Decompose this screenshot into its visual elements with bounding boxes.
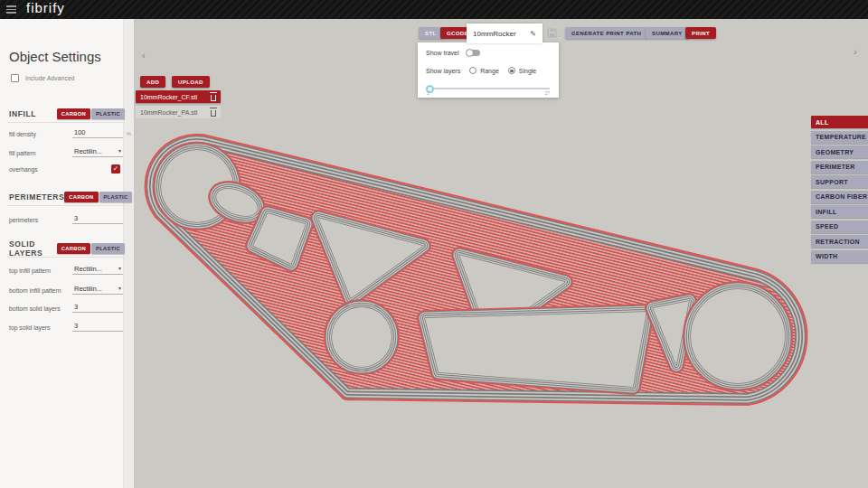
category-carbon-fiber[interactable]: CARBON FIBER xyxy=(811,191,868,203)
category-width[interactable]: WIDTH xyxy=(811,250,868,263)
perimeters-plastic-button[interactable]: PLASTIC xyxy=(99,192,133,202)
single-radio[interactable] xyxy=(508,67,515,74)
caret-down-icon: ▾ xyxy=(118,285,121,291)
bottom-solid-layers-label: bottom solid layers xyxy=(9,305,61,313)
show-travel-toggle[interactable] xyxy=(467,50,480,56)
app-topbar: fibrify xyxy=(0,0,868,19)
object-settings-panel: Object Settings Include Advanced INFILL … xyxy=(0,19,134,488)
file-name: 10mmRocker_CF.stl xyxy=(140,94,197,100)
perimeters-carbon-button[interactable]: CARBON xyxy=(64,192,98,202)
file-item[interactable]: 10mmRocker_PA.stl xyxy=(136,106,221,118)
upload-button[interactable]: UPLOAD xyxy=(172,76,210,88)
bottom-infill-pattern-select[interactable]: ▾ Rectilin... xyxy=(72,285,123,295)
bottom-infill-pattern-label: bottom infill pattern xyxy=(9,287,61,295)
bottom-solid-layers-input[interactable]: 3 xyxy=(72,303,123,313)
stl-toggle-button[interactable]: STL xyxy=(419,27,443,39)
add-button[interactable]: ADD xyxy=(140,76,165,88)
slider-min-label: 1 xyxy=(427,90,429,96)
fill-pattern-label: fill pattern xyxy=(9,150,35,157)
top-infill-pattern-select[interactable]: ▾ Rectilin... xyxy=(72,265,123,275)
category-geometry[interactable]: GEOMETRY xyxy=(811,145,868,158)
solid-layers-plastic-button[interactable]: PLASTIC xyxy=(91,243,125,254)
part-toolpaths xyxy=(146,135,807,405)
top-solid-layers-label: top solid layers xyxy=(9,324,50,332)
include-advanced-label: Include Advanced xyxy=(25,75,75,81)
infill-plastic-button[interactable]: PLASTIC xyxy=(91,108,125,119)
document-tab[interactable]: 10mmRocker ✎ xyxy=(467,23,542,43)
menu-icon[interactable] xyxy=(6,5,16,14)
solid-layers-carbon-button[interactable]: CARBON xyxy=(57,243,90,254)
category-speed[interactable]: SPEED xyxy=(811,221,868,233)
caret-down-icon: ▾ xyxy=(118,265,121,271)
overhangs-checkbox[interactable]: ✓ xyxy=(111,164,120,174)
include-advanced-checkbox[interactable] xyxy=(11,74,19,82)
show-layers-label: Show layers xyxy=(426,68,460,74)
panel-title: Object Settings xyxy=(9,49,101,64)
fill-density-label: fill density xyxy=(9,131,36,138)
chevron-right-icon[interactable]: › xyxy=(854,46,857,57)
layer-slider[interactable] xyxy=(427,88,550,89)
summary-button[interactable]: SUMMARY xyxy=(646,27,689,39)
single-label: Single xyxy=(519,68,536,74)
slider-max-label: 27 xyxy=(544,90,550,96)
category-perimeter[interactable]: PERIMETER xyxy=(811,161,868,174)
file-item-selected[interactable]: 10mmRocker_CF.stl xyxy=(136,90,221,103)
top-solid-layers-input[interactable]: 3 xyxy=(72,322,123,332)
percent-suffix: % xyxy=(127,131,131,136)
perimeters-label: perimeters xyxy=(9,217,38,224)
perimeters-section-title: PERIMETERS xyxy=(9,192,64,202)
category-all[interactable]: ALL xyxy=(811,116,868,128)
infill-section-title: INFILL xyxy=(9,109,36,118)
category-infill[interactable]: INFILL xyxy=(811,205,868,218)
fill-pattern-select[interactable]: ▾ Rectilin... xyxy=(72,147,123,157)
app-logo: fibrify xyxy=(26,0,65,15)
edit-pencil-icon[interactable]: ✎ xyxy=(530,30,536,38)
generate-print-path-button[interactable]: GENERATE PRINT PATH xyxy=(565,27,647,39)
file-name: 10mmRocker_PA.stl xyxy=(140,109,197,116)
solid-layers-section-title: SOLID LAYERS xyxy=(9,239,57,258)
perimeters-input[interactable]: 3 xyxy=(72,214,123,224)
overhangs-label: overhangs xyxy=(9,166,38,174)
category-support[interactable]: SUPPORT xyxy=(811,175,868,188)
trash-icon[interactable] xyxy=(211,95,216,101)
infill-carbon-button[interactable]: CARBON xyxy=(57,108,90,119)
trash-icon[interactable] xyxy=(211,110,216,117)
print-button[interactable]: PRINT xyxy=(685,27,716,39)
settings-category-menu: ALL TEMPERATURE GEOMETRY PERIMETER SUPPO… xyxy=(811,116,868,265)
category-temperature[interactable]: TEMPERATURE xyxy=(811,131,868,144)
fill-density-input[interactable]: 100 % xyxy=(72,128,123,138)
caret-down-icon: ▾ xyxy=(118,147,121,154)
top-infill-pattern-label: top infill pattern xyxy=(9,267,51,275)
slicer-viewport[interactable]: ‹ › ADD UPLOAD 10mmRocker_CF.stl 10mmRoc… xyxy=(134,19,868,488)
category-retraction[interactable]: RETRACTION xyxy=(811,235,868,248)
document-title: 10mmRocker xyxy=(473,30,516,38)
range-label: Range xyxy=(480,68,499,74)
range-radio[interactable] xyxy=(469,67,476,74)
layers-popup: Show travel Show layers Range Single 1 2… xyxy=(418,42,559,98)
chevron-left-icon[interactable]: ‹ xyxy=(142,50,146,61)
show-travel-label: Show travel xyxy=(426,50,459,56)
save-icon[interactable] xyxy=(547,28,557,38)
